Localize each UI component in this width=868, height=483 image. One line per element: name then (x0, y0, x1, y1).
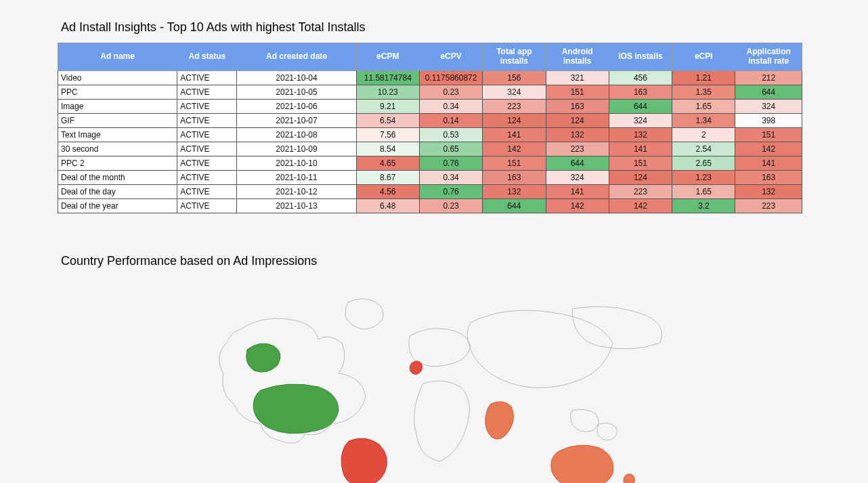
cell-name: Deal of the year (58, 198, 177, 213)
cell-ecpi: 2.54 (672, 142, 735, 156)
table-row[interactable]: Deal of the dayACTIVE2021-10-124.560.761… (58, 184, 802, 198)
cell-ios: 456 (609, 70, 672, 85)
cell-air: 141 (735, 156, 802, 170)
th-ecpm[interactable]: eCPM (356, 43, 419, 71)
cell-name: Video (58, 70, 177, 85)
cell-air: 324 (735, 99, 802, 113)
cell-ecpv: 0.65 (419, 142, 482, 156)
th-air[interactable]: Application install rate (735, 43, 802, 71)
th-date[interactable]: Ad created date (237, 43, 356, 71)
world-map: 1,221 17,818 (58, 282, 802, 483)
table-row[interactable]: GIFACTIVE2021-10-076.540.141241243241.34… (58, 113, 802, 127)
cell-date: 2021-10-10 (237, 156, 356, 170)
section2-title: Country Performance based on Ad Impressi… (61, 254, 841, 268)
cell-ecpv: 0.23 (419, 198, 482, 213)
cell-android: 644 (546, 156, 609, 170)
table-row[interactable]: VideoACTIVE2021-10-0411.581747840.117586… (58, 70, 802, 85)
cell-name: PPC (58, 85, 177, 99)
cell-ecpm: 8.54 (356, 142, 419, 156)
cell-ecpm: 6.48 (356, 198, 419, 213)
cell-ecpm: 9.21 (356, 99, 419, 113)
ad-insights-table-wrap: Ad name Ad status Ad created date eCPM e… (58, 43, 802, 213)
cell-total_app: 141 (483, 127, 546, 142)
cell-ecpi: 1.35 (672, 85, 735, 99)
cell-air: 212 (735, 70, 802, 85)
cell-ios: 324 (609, 113, 672, 127)
cell-total_app: 324 (483, 85, 546, 99)
country-india[interactable] (485, 401, 514, 438)
cell-air: 151 (735, 127, 802, 142)
cell-air: 163 (735, 170, 802, 184)
cell-ecpv: 0.23 (419, 85, 482, 99)
cell-total_app: 124 (483, 113, 546, 127)
th-ecpi[interactable]: eCPI (672, 43, 735, 71)
cell-name: GIF (58, 113, 177, 127)
cell-ecpv: 0.34 (419, 99, 482, 113)
cell-android: 163 (546, 99, 609, 113)
cell-ios: 132 (609, 127, 672, 142)
cell-ios: 223 (609, 184, 672, 198)
cell-total_app: 132 (483, 184, 546, 198)
cell-date: 2021-10-08 (237, 127, 356, 142)
cell-air: 398 (735, 113, 802, 127)
cell-status: ACTIVE (177, 198, 237, 213)
table-row[interactable]: ImageACTIVE2021-10-069.210.342231636441.… (58, 99, 802, 113)
cell-ecpi: 2.65 (672, 156, 735, 170)
table-header-row: Ad name Ad status Ad created date eCPM e… (58, 43, 802, 71)
cell-ios: 124 (609, 170, 672, 184)
cell-total_app: 156 (483, 70, 546, 85)
cell-total_app: 142 (483, 142, 546, 156)
th-ios[interactable]: iOS installs (609, 43, 672, 71)
cell-air: 142 (735, 142, 802, 156)
country-usa[interactable] (246, 343, 339, 434)
cell-ecpv: 0.14 (419, 113, 482, 127)
cell-status: ACTIVE (177, 85, 237, 99)
cell-ecpi: 1.34 (672, 113, 735, 127)
cell-ecpm: 8.67 (356, 170, 419, 184)
th-total-app[interactable]: Total app installs (483, 43, 546, 71)
country-uk[interactable] (410, 361, 422, 375)
table-row[interactable]: Text ImageACTIVE2021-10-087.560.53141132… (58, 127, 802, 142)
cell-ecpv: 0.76 (419, 156, 482, 170)
cell-ecpv: 0.1175860872 (419, 70, 482, 85)
cell-name: 30 second (58, 142, 177, 156)
cell-android: 324 (546, 170, 609, 184)
table-row[interactable]: Deal of the monthACTIVE2021-10-118.670.3… (58, 170, 802, 184)
cell-ios: 163 (609, 85, 672, 99)
cell-date: 2021-10-11 (237, 170, 356, 184)
cell-date: 2021-10-12 (237, 184, 356, 198)
table-row[interactable]: PPC 2ACTIVE2021-10-104.650.761516441512.… (58, 156, 802, 170)
cell-date: 2021-10-07 (237, 113, 356, 127)
cell-ecpm: 7.56 (356, 127, 419, 142)
cell-status: ACTIVE (177, 127, 237, 142)
cell-air: 223 (735, 198, 802, 213)
cell-name: Image (58, 99, 177, 113)
country-australia[interactable] (551, 445, 613, 483)
cell-status: ACTIVE (177, 99, 237, 113)
cell-air: 644 (735, 85, 802, 99)
cell-name: Deal of the month (58, 170, 177, 184)
cell-ecpm: 10.23 (356, 85, 419, 99)
cell-air: 132 (735, 184, 802, 198)
cell-total_app: 223 (483, 99, 546, 113)
cell-ecpm: 6.54 (356, 113, 419, 127)
cell-ecpv: 0.53 (419, 127, 482, 142)
cell-android: 151 (546, 85, 609, 99)
country-brazil[interactable] (341, 438, 387, 483)
th-android[interactable]: Android installs (546, 43, 609, 71)
country-newzealand[interactable] (615, 474, 634, 483)
table-row[interactable]: 30 secondACTIVE2021-10-098.540.651422231… (58, 142, 802, 156)
th-name[interactable]: Ad name (58, 43, 177, 71)
cell-name: PPC 2 (58, 156, 177, 170)
table-row[interactable]: Deal of the yearACTIVE2021-10-136.480.23… (58, 198, 802, 213)
th-ecpv[interactable]: eCPV (419, 43, 482, 71)
table-row[interactable]: PPCACTIVE2021-10-0510.230.233241511631.3… (58, 85, 802, 99)
cell-date: 2021-10-04 (237, 70, 356, 85)
cell-ecpm: 4.56 (356, 184, 419, 198)
th-status[interactable]: Ad status (177, 43, 237, 71)
cell-ios: 151 (609, 156, 672, 170)
cell-ios: 644 (609, 99, 672, 113)
cell-name: Deal of the day (58, 184, 177, 198)
cell-status: ACTIVE (177, 156, 237, 170)
section1-title: Ad Install Insights - Top 10 Ads with hi… (61, 20, 841, 35)
